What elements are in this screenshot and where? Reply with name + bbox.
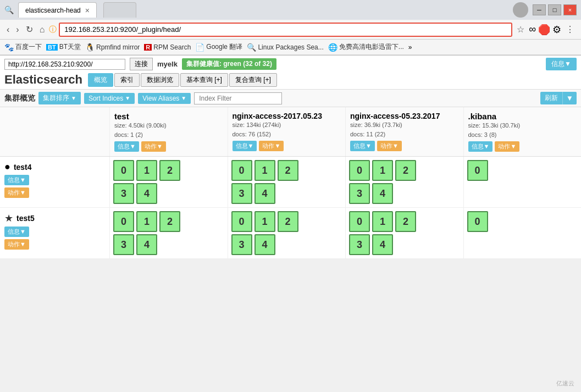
shard-cell: 0: [231, 211, 252, 232]
test5-name: test5: [16, 214, 35, 223]
close-btn[interactable]: ×: [563, 4, 577, 15]
minimize-btn[interactable]: ─: [533, 4, 546, 15]
nginx2-action-btn[interactable]: 动作▼: [377, 141, 402, 151]
kibana-info-btn[interactable]: 信息▼: [468, 141, 493, 152]
window-controls: ─ □ ×: [533, 4, 577, 15]
test4-action-btn[interactable]: 动作▼: [4, 187, 29, 198]
toolbar: 集群概览 集群排序 ▼ Sort Indices ▼ View Aliases …: [0, 90, 581, 107]
row-label-test4: ● test4 信息▼ 动作▼: [0, 157, 110, 207]
tab-data-browser[interactable]: 数据浏览: [141, 73, 179, 87]
shard-cell: 3: [113, 234, 134, 255]
index-filter-input[interactable]: [194, 92, 282, 104]
favicon: 🔍: [4, 5, 14, 14]
tab-overview[interactable]: 概览: [88, 73, 113, 87]
sort-indices-btn[interactable]: Sort Indices ▼: [84, 93, 135, 104]
index-name-test: test: [114, 112, 223, 121]
tab-basic-query[interactable]: 基本查询 [+]: [180, 73, 228, 87]
test5-action-btn[interactable]: 动作▼: [4, 239, 29, 250]
shard-cell: 0: [467, 160, 488, 181]
test4-info-btn[interactable]: 信息▼: [4, 175, 29, 185]
cluster-sort-btn[interactable]: 集群排序 ▼: [38, 92, 81, 104]
shard-cell: 4: [372, 234, 393, 255]
shard-cell: 3: [113, 183, 134, 204]
test5-nginx1-shards: 0 1 2 3 4: [228, 208, 346, 258]
row-label-test5: ★ test5 信息▼ 动作▼: [0, 208, 110, 258]
shard-cell: 1: [254, 160, 275, 181]
shard-cell: 2: [159, 160, 180, 181]
test4-test-shards: 0 1 2 3 4: [110, 157, 228, 207]
tab-compound-query[interactable]: 复合查询 [+]: [229, 73, 277, 87]
shard-cell: 3: [231, 183, 252, 204]
url-bar[interactable]: [59, 23, 512, 37]
ext-icon-2: 🛑: [538, 24, 550, 36]
cluster-sort-arrow-icon: ▼: [71, 95, 76, 101]
shard-cell: 2: [278, 211, 298, 232]
shard-cell: 1: [254, 211, 275, 232]
back-btn[interactable]: ‹: [4, 24, 12, 36]
info-dropdown-btn[interactable]: 信息▼: [546, 58, 577, 70]
user-avatar: [513, 2, 528, 18]
shard-cell: 4: [254, 234, 275, 255]
index-name-kibana: .kibana: [468, 112, 577, 121]
bookmark-baidu[interactable]: 🐾 百度一下: [4, 42, 42, 52]
shard-cell: 3: [349, 183, 370, 204]
tab-indices[interactable]: 索引: [114, 73, 140, 87]
shard-cell: 2: [395, 211, 416, 232]
index-actions-nginx2: 信息▼ 动作▼: [350, 141, 459, 151]
bookmarks-more[interactable]: »: [408, 43, 412, 51]
maximize-btn[interactable]: □: [548, 4, 561, 15]
server-url-input[interactable]: [4, 59, 125, 70]
header-nginx1: nginx-access-2017.05.23 size: 134ki (274…: [228, 107, 346, 156]
nginx2-info-btn[interactable]: 信息▼: [350, 141, 375, 151]
bookmark-rpmfind[interactable]: 🐧 Rpmfind mirror: [85, 43, 140, 52]
test4-kibana-shards: 0: [464, 157, 582, 207]
test4-icon: ●: [4, 161, 10, 173]
nav-bar: ‹ › ↻ ⌂ ⓘ ☆ ∞ 🛑 ⚙ ⋮: [0, 20, 581, 40]
test5-kibana-shards: 0: [464, 208, 582, 258]
reload-btn[interactable]: ↻: [24, 23, 35, 36]
test4-name: test4: [14, 163, 32, 172]
shard-cell: 4: [372, 183, 393, 204]
index-meta-test: size: 4.50ki (9.00ki) docs: 1 (2): [114, 121, 223, 139]
kibana-action-btn[interactable]: 动作▼: [495, 141, 519, 152]
refresh-dropdown-arrow[interactable]: ▼: [562, 92, 577, 104]
shard-cell: 2: [395, 160, 416, 181]
active-tab[interactable]: elasticsearch-head ×: [18, 2, 97, 18]
sort-indices-arrow-icon: ▼: [125, 95, 130, 101]
bookmark-btn[interactable]: ☆: [514, 23, 527, 36]
test-info-btn[interactable]: 信息▼: [114, 141, 139, 152]
shard-cell: 0: [349, 160, 370, 181]
index-name-nginx2: nginx-access-05.23.2017: [350, 112, 459, 120]
shard-cell: 0: [467, 211, 488, 232]
tab-close-btn[interactable]: ×: [85, 6, 90, 15]
bookmark-google[interactable]: 📄 Google 翻译: [195, 42, 242, 52]
inactive-tab[interactable]: [103, 2, 136, 18]
index-row-test4: ● test4 信息▼ 动作▼ 0 1 2 3 4: [0, 157, 581, 208]
test4-nginx2-shards: 0 1 2 3 4: [346, 157, 464, 207]
shard-cell: 1: [136, 160, 157, 181]
nginx1-info-btn[interactable]: 信息▼: [233, 141, 257, 151]
connect-button[interactable]: 连接: [130, 58, 153, 70]
shard-cell: 4: [136, 234, 157, 255]
shard-cell: 3: [349, 234, 370, 255]
bookmark-movie[interactable]: 🌐 免费高清电影迅雷下...: [328, 42, 404, 52]
bookmark-bt[interactable]: BT BT天堂: [46, 42, 81, 52]
menu-btn[interactable]: ⋮: [563, 23, 577, 36]
nginx1-action-btn[interactable]: 动作▼: [259, 141, 284, 151]
shard-cell: 4: [254, 183, 275, 204]
bookmark-rpm[interactable]: R RPM Search: [144, 43, 191, 51]
test5-info-btn[interactable]: 信息▼: [4, 227, 29, 237]
shard-cell: 2: [159, 211, 180, 232]
view-aliases-btn[interactable]: View Aliases ▼: [138, 93, 191, 104]
bookmark-linux[interactable]: 🔍 Linux Packages Sea...: [247, 43, 323, 52]
refresh-btn[interactable]: 刷新: [540, 92, 562, 104]
home-btn[interactable]: ⌂: [37, 24, 47, 36]
index-actions-nginx1: 信息▼ 动作▼: [233, 141, 341, 151]
test-action-btn[interactable]: 动作▼: [141, 141, 166, 152]
forward-btn[interactable]: ›: [14, 24, 21, 36]
ext-icon-1: ∞: [529, 24, 536, 35]
bookmarks-bar: 🐾 百度一下 BT BT天堂 🐧 Rpmfind mirror R RPM Se…: [0, 40, 581, 55]
lock-icon: ⓘ: [49, 25, 57, 35]
refresh-group: 刷新 ▼: [540, 92, 577, 104]
app-header: 连接 myelk 集群健康值: green (32 of 32) 信息▼ Ela…: [0, 56, 581, 90]
